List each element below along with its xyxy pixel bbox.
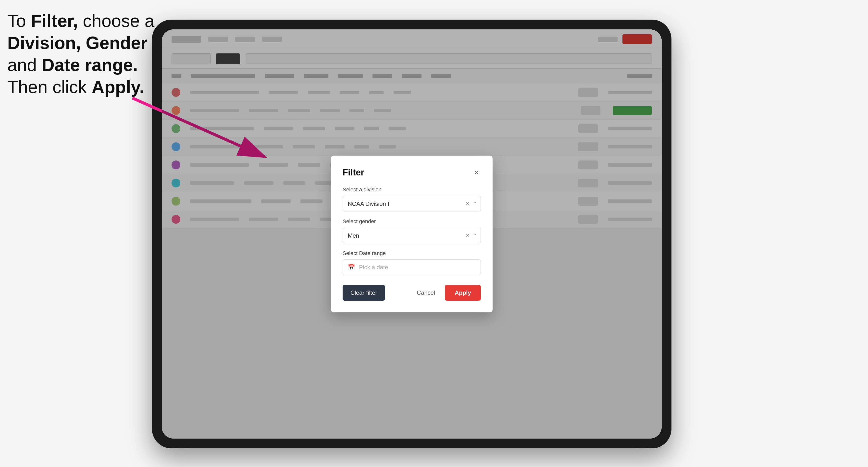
filter-bold: Filter, bbox=[31, 11, 78, 31]
date-input[interactable]: 📅 Pick a date bbox=[343, 259, 481, 275]
division-label: Select a division bbox=[343, 186, 481, 193]
cancel-button[interactable]: Cancel bbox=[412, 285, 440, 301]
division-select[interactable]: NCAA Division I bbox=[343, 196, 481, 212]
tablet-device: Filter ✕ Select a division NCAA Division… bbox=[152, 20, 672, 448]
date-label: Select Date range bbox=[343, 250, 481, 256]
tablet-screen: Filter ✕ Select a division NCAA Division… bbox=[162, 29, 662, 439]
modal-title: Filter bbox=[343, 167, 364, 178]
clear-filter-button[interactable]: Clear filter bbox=[343, 285, 385, 301]
division-section: Select a division NCAA Division I ✕ ⌃ bbox=[343, 186, 481, 212]
date-placeholder: Pick a date bbox=[359, 264, 388, 271]
modal-header: Filter ✕ bbox=[343, 167, 481, 178]
filter-modal: Filter ✕ Select a division NCAA Division… bbox=[331, 156, 493, 312]
apply-bold: Apply. bbox=[92, 77, 144, 97]
instruction-block: To Filter, choose a Division, Gender and… bbox=[7, 10, 154, 98]
instruction-line4: Then click Apply. bbox=[7, 77, 144, 97]
date-range-bold: Date range. bbox=[42, 55, 138, 75]
modal-footer-right: Cancel Apply bbox=[412, 285, 481, 301]
gender-select[interactable]: Men bbox=[343, 228, 481, 243]
gender-select-wrapper: Men ✕ ⌃ bbox=[343, 228, 481, 243]
date-section: Select Date range 📅 Pick a date bbox=[343, 250, 481, 275]
gender-section: Select gender Men ✕ ⌃ bbox=[343, 218, 481, 243]
division-select-wrapper: NCAA Division I ✕ ⌃ bbox=[343, 196, 481, 212]
modal-overlay: Filter ✕ Select a division NCAA Division… bbox=[162, 29, 662, 439]
apply-button[interactable]: Apply bbox=[445, 285, 481, 301]
division-gender-bold: Division, Gender bbox=[7, 33, 148, 53]
calendar-icon: 📅 bbox=[348, 264, 355, 271]
close-icon: ✕ bbox=[474, 168, 479, 177]
modal-footer: Clear filter Cancel Apply bbox=[343, 285, 481, 301]
instruction-line1: To Filter, choose a bbox=[7, 11, 154, 31]
gender-label: Select gender bbox=[343, 218, 481, 225]
instruction-line3: and Date range. bbox=[7, 55, 138, 75]
modal-close-button[interactable]: ✕ bbox=[472, 168, 481, 177]
